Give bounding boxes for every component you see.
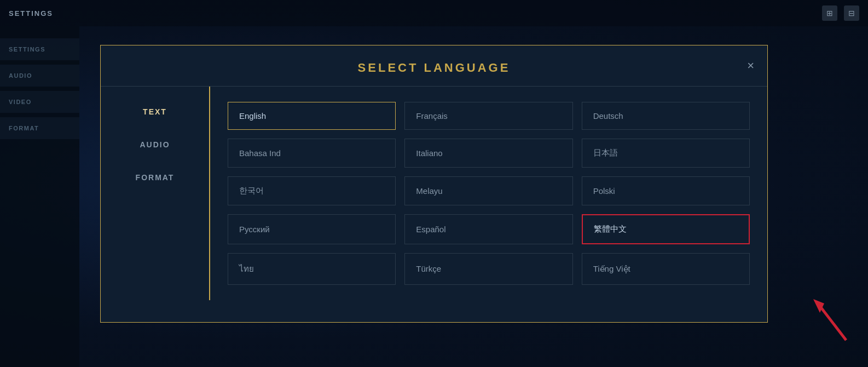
lang-option-english[interactable]: English (228, 102, 396, 130)
lang-option-vietnamese[interactable]: Tiếng Việt (582, 253, 750, 285)
language-grid: English Français Deutsch Bahasa Ind Ital… (210, 87, 767, 300)
lang-option-russian[interactable]: Русский (228, 214, 396, 244)
lang-option-traditional-chinese[interactable]: 繁體中文 (582, 214, 750, 244)
close-button[interactable]: × (747, 60, 754, 72)
tab-text[interactable]: TEXT (101, 98, 209, 126)
modal-title: SELECT LANGUAGE (358, 61, 511, 74)
lang-option-japanese[interactable]: 日本語 (582, 139, 750, 168)
tab-format[interactable]: FORMAT (101, 163, 209, 192)
lang-option-italiano[interactable]: Italiano (404, 139, 572, 168)
lang-option-korean[interactable]: 한국어 (228, 176, 396, 205)
tab-audio[interactable]: AUDIO (101, 130, 209, 159)
modal-overlay: SELECT LANGUAGE × TEXT AUDIO FORMAT Engl… (0, 0, 868, 367)
select-language-modal: SELECT LANGUAGE × TEXT AUDIO FORMAT Engl… (100, 45, 768, 323)
modal-body: TEXT AUDIO FORMAT English Français Deuts… (101, 87, 767, 300)
lang-option-turkish[interactable]: Türkçe (404, 253, 572, 285)
lang-option-bahasa[interactable]: Bahasa Ind (228, 139, 396, 168)
lang-option-espanol[interactable]: Español (404, 214, 572, 244)
modal-header: SELECT LANGUAGE × (101, 45, 767, 87)
language-tabs: TEXT AUDIO FORMAT (101, 87, 210, 300)
lang-option-polski[interactable]: Polski (582, 176, 750, 205)
lang-option-francais[interactable]: Français (404, 102, 572, 130)
lang-option-melayu[interactable]: Melayu (404, 176, 572, 205)
lang-option-thai[interactable]: ไทย (228, 253, 396, 285)
lang-option-deutsch[interactable]: Deutsch (582, 102, 750, 130)
